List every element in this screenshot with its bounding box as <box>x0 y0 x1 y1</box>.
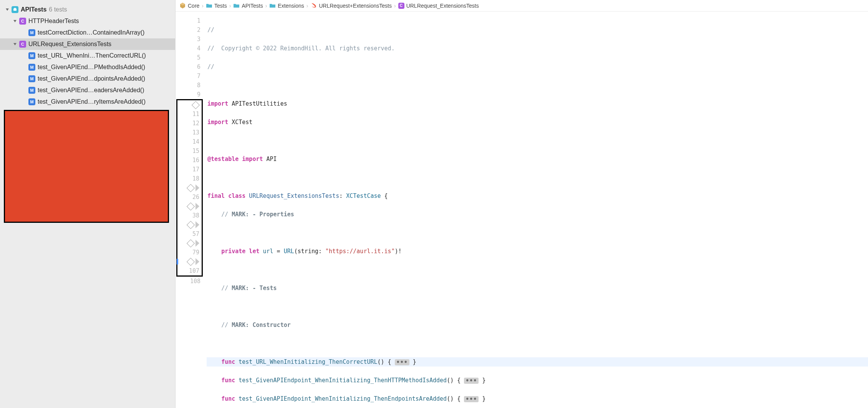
breadcrumb-item[interactable]: APITests <box>233 2 263 9</box>
test-method-name: testCorrectDiction…ContainedInArray() <box>38 29 144 36</box>
test-diamond-icon[interactable] <box>187 257 195 265</box>
gutter-line[interactable] <box>177 220 202 229</box>
gutter-line[interactable]: 1 <box>176 16 203 25</box>
line-gutter[interactable]: 123456789111213141516171826385779107108 <box>176 12 204 408</box>
fold-chevron-icon[interactable] <box>195 240 199 247</box>
code-line[interactable]: func test_URL_WhenInitializing_ThenCorre… <box>207 357 868 367</box>
svg-rect-1 <box>14 8 16 9</box>
line-number: 8 <box>190 81 200 90</box>
chevron-down-icon[interactable] <box>13 19 17 23</box>
breadcrumb: Core › Tests › APITests › Extensions › <box>176 0 868 12</box>
test-bundle-row[interactable]: APITests 6 tests <box>0 4 175 15</box>
gutter-line[interactable]: 3 <box>176 35 203 44</box>
line-number: 12 <box>189 119 199 128</box>
gutter-line[interactable]: 6 <box>176 62 203 71</box>
gutter-line[interactable]: 15 <box>177 146 202 156</box>
gutter-line[interactable]: 14 <box>177 137 202 146</box>
breadcrumb-item[interactable]: Core <box>179 2 199 9</box>
gutter-line[interactable]: 7 <box>176 71 203 81</box>
fold-chevron-icon[interactable] <box>195 258 199 265</box>
gutter-line[interactable]: 17 <box>177 165 202 174</box>
folder-icon <box>269 2 276 9</box>
code-line[interactable]: func test_GivenAPIEndpoint_WhenInitializ… <box>207 376 868 385</box>
test-method-row[interactable]: M testCorrectDiction…ContainedInArray() <box>0 27 175 38</box>
package-icon <box>179 2 186 9</box>
test-method-row[interactable]: M test_GivenAPIEnd…eadersAreAdded() <box>0 85 175 96</box>
test-diamond-icon[interactable] <box>187 184 195 192</box>
ellipsis-icon[interactable]: ••• <box>395 359 409 365</box>
test-method-name: test_GivenAPIEnd…ryItemsAreAdded() <box>38 98 146 105</box>
line-number: 107 <box>189 266 199 275</box>
gutter-line[interactable] <box>177 100 202 109</box>
func-name: test_URL_WhenInitializing_ThenCorrectURL <box>239 358 377 365</box>
gutter-line[interactable]: 107 <box>177 266 202 275</box>
chevron-down-icon[interactable] <box>5 8 9 12</box>
test-diamond-icon[interactable] <box>187 239 195 247</box>
gutter-line[interactable]: 26 <box>177 192 202 202</box>
test-class-row[interactable]: C HTTPHeaderTests <box>0 15 175 27</box>
test-method-row[interactable]: M test_GivenAPIEnd…dpointsAreAdded() <box>0 73 175 85</box>
ellipsis-icon[interactable]: ••• <box>464 396 479 402</box>
test-diamond-icon[interactable] <box>187 202 195 210</box>
gutter-line[interactable]: 13 <box>177 128 202 137</box>
test-diamond-icon[interactable] <box>187 221 195 229</box>
breadcrumb-item[interactable]: C URLRequest_ExtensionsTests <box>398 3 479 9</box>
ellipsis-icon[interactable]: ••• <box>464 378 479 384</box>
code-area[interactable]: // // Copyright © 2022 ReimondHill. All … <box>204 12 868 408</box>
line-number: 79 <box>189 248 199 257</box>
gutter-line[interactable]: 79 <box>177 248 202 257</box>
line-number: 3 <box>190 35 200 44</box>
fold-chevron-icon[interactable] <box>195 221 199 228</box>
test-method-row[interactable]: M test_GivenAPIEnd…PMethodIsAdded() <box>0 61 175 73</box>
line-number: 2 <box>190 25 200 35</box>
test-count: 6 tests <box>49 6 67 13</box>
gutter-line[interactable]: 108 <box>176 277 203 286</box>
line-number: 9 <box>190 90 200 99</box>
gutter-line[interactable] <box>177 257 202 266</box>
test-method-row[interactable]: M test_GivenAPIEnd…ryItemsAreAdded() <box>0 96 175 108</box>
gutter-line[interactable]: 57 <box>177 229 202 239</box>
gutter-line[interactable]: 38 <box>177 211 202 220</box>
line-number: 15 <box>189 146 199 156</box>
test-method-row[interactable]: M test_URL_WhenIni…ThenCorrectURL() <box>0 50 175 61</box>
gutter-line[interactable]: 8 <box>176 81 203 90</box>
gutter-line[interactable] <box>177 202 202 211</box>
test-method-name: test_URL_WhenIni…ThenCorrectURL() <box>38 52 146 59</box>
func-name: test_GivenAPIEndpoint_WhenInitializing_T… <box>239 377 447 384</box>
gutter-line[interactable]: 9 <box>176 90 203 99</box>
gutter-line[interactable] <box>177 183 202 192</box>
gutter-line[interactable]: 18 <box>177 174 202 183</box>
test-method-name: test_GivenAPIEnd…dpointsAreAdded() <box>38 75 145 82</box>
test-method-name: test_GivenAPIEnd…eadersAreAdded() <box>38 87 144 94</box>
source-editor[interactable]: 123456789111213141516171826385779107108 … <box>176 12 868 408</box>
breadcrumb-item[interactable]: URLRequest+ExtensionsTests <box>310 2 392 9</box>
keyword: func <box>221 377 235 384</box>
test-diamond-icon[interactable] <box>192 101 200 109</box>
swift-file-icon <box>310 2 317 9</box>
line-number: 18 <box>189 174 199 183</box>
class-icon: C <box>398 3 404 9</box>
class-icon: C <box>19 18 26 25</box>
line-number: 14 <box>189 137 199 146</box>
comment: // <box>207 63 214 70</box>
breadcrumb-item[interactable]: Tests <box>206 2 227 9</box>
chevron-right-icon: › <box>306 3 309 9</box>
fold-chevron-icon[interactable] <box>195 203 199 210</box>
class-icon: C <box>19 41 26 48</box>
test-class-row[interactable]: C URLRequest_ExtensionsTests <box>0 38 175 50</box>
gutter-line[interactable] <box>177 239 202 248</box>
code-line[interactable]: func test_GivenAPIEndpoint_WhenInitializ… <box>207 394 868 403</box>
gutter-line[interactable]: 4 <box>176 44 203 53</box>
gutter-line[interactable]: 5 <box>176 53 203 62</box>
editor-pane: Core › Tests › APITests › Extensions › <box>176 0 868 408</box>
gutter-line[interactable]: 12 <box>177 119 202 128</box>
line-number: 57 <box>189 229 199 239</box>
gutter-line[interactable]: 2 <box>176 25 203 35</box>
gutter-line[interactable]: 16 <box>177 156 202 165</box>
fold-chevron-icon[interactable] <box>195 184 199 191</box>
line-number: 6 <box>190 62 200 71</box>
breadcrumb-item[interactable]: Extensions <box>269 2 304 9</box>
gutter-line[interactable]: 11 <box>177 109 202 119</box>
chevron-down-icon[interactable] <box>13 42 17 46</box>
test-method-name: test_GivenAPIEnd…PMethodIsAdded() <box>38 64 145 71</box>
